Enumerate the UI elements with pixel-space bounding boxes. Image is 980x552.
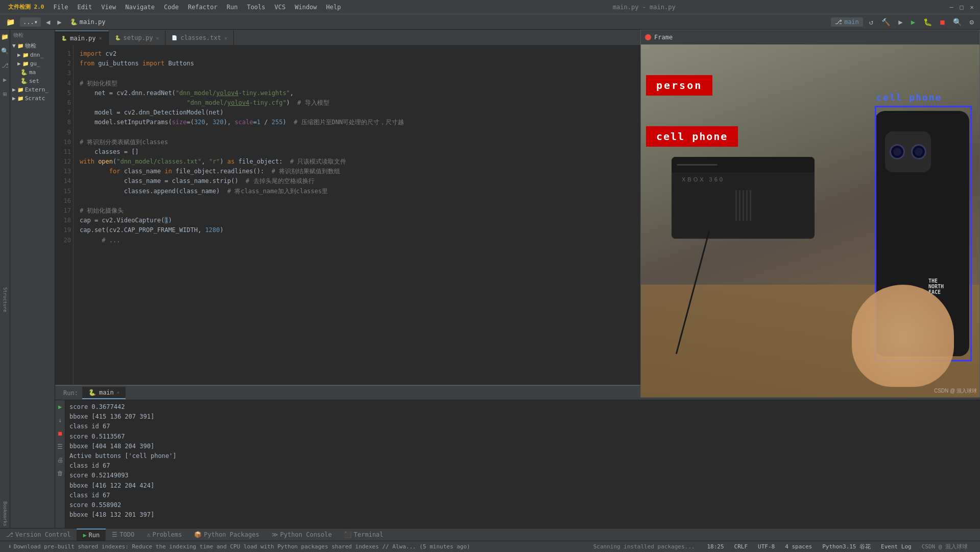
- run-restart-icon[interactable]: ▶: [57, 402, 63, 411]
- close-button[interactable]: ✕: [968, 3, 976, 11]
- status-indent[interactable]: 4 spaces: [781, 541, 816, 552]
- run-print-icon[interactable]: 🖨: [56, 455, 64, 465]
- bottom-tab-problems[interactable]: ⚠ Problems: [140, 528, 188, 541]
- run-output-line-3: class id 67: [69, 422, 976, 431]
- app-logo[interactable]: 文件检测 2.0: [4, 2, 49, 12]
- bottom-tab-todo[interactable]: ☰ TODO: [106, 528, 140, 541]
- code-line-18: cap = cv2.VideoCapture(1): [80, 217, 172, 224]
- bottom-tab-python-console[interactable]: ≫ Python Console: [266, 528, 338, 541]
- tab-classes-txt-close[interactable]: ✕: [224, 35, 227, 41]
- sidebar-item-main[interactable]: 🐍 ma: [10, 68, 55, 77]
- run-trash-icon[interactable]: 🗑: [56, 469, 64, 478]
- sidebar-item-external[interactable]: ▶ 📁 Extern_: [10, 85, 55, 94]
- tab-setup-py-close[interactable]: ✕: [156, 35, 159, 41]
- status-event-log[interactable]: Event Log: [877, 541, 916, 552]
- minimize-button[interactable]: —: [947, 3, 955, 11]
- search-activity-icon[interactable]: 🔍: [0, 46, 10, 56]
- settings-button[interactable]: ⚙: [968, 17, 976, 27]
- menu-run[interactable]: Run: [223, 3, 242, 12]
- build-button[interactable]: 🔨: [879, 17, 892, 27]
- main-file-icon: 🐍: [20, 69, 28, 76]
- structure-activity-label[interactable]: Structure: [1, 286, 9, 314]
- extensions-activity-icon[interactable]: ⊞: [2, 89, 8, 99]
- vent-1: [735, 190, 737, 221]
- menu-navigate[interactable]: Navigate: [121, 3, 159, 12]
- menu-code[interactable]: Code: [160, 3, 183, 12]
- sidebar-item-scratch[interactable]: ▶ 📁 Scratc: [10, 94, 55, 103]
- menu-tools[interactable]: Tools: [243, 3, 269, 12]
- xbox-device: XBOX 360: [672, 157, 815, 239]
- status-charset[interactable]: UTF-8: [754, 541, 779, 552]
- run-output-line-9: bboxe [416 122 204 424]: [69, 481, 976, 491]
- run-config-button[interactable]: ▶: [896, 17, 904, 27]
- stop-button[interactable]: ■: [938, 17, 946, 27]
- bottom-tab-version-control[interactable]: ⎇ Version Control: [0, 528, 77, 541]
- menu-file[interactable]: File: [50, 3, 73, 12]
- sidebar-item-gui[interactable]: ▶ 📁 gu_: [10, 59, 55, 68]
- xbox-label: XBOX 360: [682, 176, 725, 182]
- sidebar-item-setup[interactable]: 🐍 set: [10, 77, 55, 85]
- menu-view[interactable]: View: [97, 3, 120, 12]
- status-message-text: Download pre-built shared indexes: Reduc…: [14, 543, 470, 550]
- python-console-icon: ≫: [272, 531, 278, 538]
- menu-edit[interactable]: Edit: [73, 3, 96, 12]
- branch-selector[interactable]: ⎇ main: [831, 17, 863, 27]
- run-stop-icon[interactable]: ■: [57, 429, 63, 438]
- debug-button[interactable]: 🐛: [921, 17, 934, 27]
- sidebar-item-dnn[interactable]: ▶ 📁 dnn_: [10, 51, 55, 59]
- toolbar: 📁 ...▾ ◀ ▶ 🐍 main.py ⎇ main ↺ 🔨 ▶ ▶ 🐛 ■ …: [0, 14, 980, 30]
- run-scroll-icon[interactable]: ↓: [57, 416, 63, 425]
- nav-back-button[interactable]: ◀: [44, 17, 52, 27]
- nav-forward-button[interactable]: ▶: [55, 17, 63, 27]
- run-activity-icon[interactable]: ▶: [2, 75, 8, 85]
- cellphone-left-detection-label: cell phone: [646, 126, 738, 147]
- run-button[interactable]: ▶: [909, 17, 917, 27]
- run-icon: ▶: [83, 532, 86, 539]
- frame-window[interactable]: Frame XBOX 360: [640, 30, 980, 398]
- menu-window[interactable]: Window: [291, 3, 321, 12]
- menu-vcs[interactable]: VCS: [271, 3, 290, 12]
- bottom-tab-python-packages[interactable]: 📦 Python Packages: [188, 528, 265, 541]
- sidebar-item-root[interactable]: ▼ 📁 物检: [10, 41, 55, 51]
- project-tree-icon[interactable]: 📁: [0, 32, 10, 42]
- run-output-line-8: score 0.52149093: [69, 471, 976, 480]
- run-tab-close-button[interactable]: ✕: [117, 390, 119, 395]
- search-button[interactable]: 🔍: [951, 17, 964, 27]
- code-line-14: class_name = class_name.strip() # 去掉头尾的空…: [80, 177, 315, 185]
- bottom-tab-terminal[interactable]: ⬛ Terminal: [338, 528, 390, 541]
- status-csdn: CSDN @ 混入球球: [918, 541, 972, 552]
- hand-visual: [852, 285, 954, 387]
- run-output-line-11: score 0.558902: [69, 500, 976, 510]
- python-console-label: Python Console: [280, 531, 332, 538]
- refresh-button[interactable]: ↺: [867, 17, 875, 27]
- vent-2: [739, 190, 740, 221]
- tab-setup-py[interactable]: 🐍 setup.py ✕: [109, 31, 166, 45]
- status-info-message[interactable]: ⬇ Download pre-built shared indexes: Red…: [4, 541, 589, 552]
- tab-main-py[interactable]: 🐍 main.py ✕: [55, 31, 109, 45]
- terminal-icon: ⬛: [344, 531, 352, 538]
- status-crlf[interactable]: CRLF: [730, 541, 752, 552]
- project-path[interactable]: ...▾: [20, 17, 41, 27]
- xbox-top: [672, 157, 815, 172]
- code-line-2: from gui_buttons import Buttons: [80, 60, 194, 67]
- vcs-activity-icon[interactable]: ⎇: [0, 60, 10, 71]
- project-icon: 📁: [4, 17, 17, 27]
- tab-classes-txt[interactable]: 📄 classes.txt ✕: [165, 31, 234, 45]
- python-packages-icon: 📦: [194, 531, 202, 538]
- run-filter-icon[interactable]: ☰: [56, 442, 64, 451]
- run-tab-main[interactable]: 🐍 main ✕: [82, 387, 126, 399]
- menu-help[interactable]: Help: [322, 3, 345, 12]
- vent-3: [743, 190, 744, 221]
- scanning-text: Scanning installed packages...: [593, 543, 695, 550]
- dnn-name: dnn_: [30, 52, 44, 58]
- menu-refactor[interactable]: Refactor: [184, 3, 222, 12]
- run-output-content[interactable]: score 0.3677442 bboxe [415 136 207 391] …: [65, 400, 980, 528]
- status-python-version[interactable]: Python3.15 谷花: [818, 541, 875, 552]
- bottom-tab-run[interactable]: ▶ Run: [77, 528, 106, 541]
- tab-main-py-icon: 🐍: [61, 36, 67, 41]
- problems-icon: ⚠: [147, 531, 150, 538]
- code-line-17: # 初始化摄像头: [80, 207, 124, 214]
- bookmarks-activity-label[interactable]: Bookmarks: [1, 500, 9, 528]
- tab-main-py-close[interactable]: ✕: [99, 35, 102, 41]
- maximize-button[interactable]: □: [958, 3, 966, 11]
